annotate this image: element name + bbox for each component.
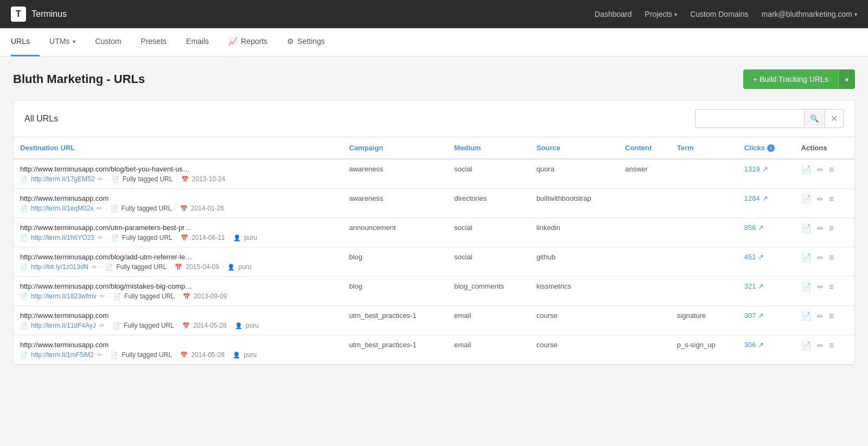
tab-reports[interactable]: 📈 Reports xyxy=(219,28,277,56)
medium-cell: social xyxy=(448,159,529,189)
external-link-icon[interactable]: ↗ xyxy=(762,165,768,173)
calendar-icon: 📅 xyxy=(181,176,189,183)
copy-icon: 📄 xyxy=(113,293,121,300)
copy-action-icon[interactable]: 📄 xyxy=(801,224,812,233)
tab-custom[interactable]: Custom xyxy=(85,28,131,56)
more-actions-icon[interactable]: ≡ xyxy=(829,224,834,233)
col-term[interactable]: Term xyxy=(671,137,738,159)
more-actions-icon[interactable]: ≡ xyxy=(829,341,834,351)
tab-settings[interactable]: ⚙ Settings xyxy=(277,28,335,56)
short-url-link[interactable]: http://term.li/1h6YO23 xyxy=(31,234,94,241)
edit-icon[interactable]: ✏ xyxy=(98,175,103,183)
edit-action-icon[interactable]: ✏ xyxy=(817,283,824,291)
date-label: 2013-09-09 xyxy=(194,292,227,300)
copy-action-icon[interactable]: 📄 xyxy=(801,194,812,204)
edit-action-icon[interactable]: ✏ xyxy=(817,224,824,233)
edit-icon[interactable]: ✏ xyxy=(99,322,105,329)
copy-icon: 📄 xyxy=(105,264,113,271)
short-url-link[interactable]: http://term.li/11dF4AyJ xyxy=(31,322,96,329)
projects-chevron-icon: ▾ xyxy=(674,11,677,17)
search-button[interactable]: 🔍 xyxy=(804,111,825,126)
copy-action-icon[interactable]: 📄 xyxy=(801,253,812,263)
edit-icon[interactable]: ✏ xyxy=(98,234,103,241)
short-url-link[interactable]: http://term.li/1eqM02x xyxy=(31,205,93,212)
actions-cell: 📄 ✏ ≡ xyxy=(795,247,854,277)
tab-urls[interactable]: URLs xyxy=(11,28,40,56)
search-input[interactable] xyxy=(695,111,804,127)
calendar-icon: 📅 xyxy=(181,234,188,241)
build-tracking-dropdown-button[interactable]: ▾ xyxy=(838,69,855,89)
edit-icon[interactable]: ✏ xyxy=(97,351,103,359)
edit-action-icon[interactable]: ✏ xyxy=(817,165,824,174)
more-actions-icon[interactable]: ≡ xyxy=(829,194,834,204)
col-actions: Actions xyxy=(795,137,854,159)
table-body: http://www.terminusapp.com/blog/bet-you-… xyxy=(14,159,854,365)
nav-user-menu[interactable]: mark@bluthmarketing.com ▾ xyxy=(762,10,858,18)
urls-table: Destination URL Campaign Medium Source C… xyxy=(14,137,854,365)
short-url-link[interactable]: http://bit.ly/1z013dN xyxy=(31,263,88,271)
external-link-icon[interactable]: ↗ xyxy=(758,282,764,290)
short-url-link[interactable]: http://term.li/1mF5iM2 xyxy=(31,351,94,359)
tab-emails[interactable]: Emails xyxy=(176,28,219,56)
more-actions-icon[interactable]: ≡ xyxy=(829,253,834,263)
edit-action-icon[interactable]: ✏ xyxy=(817,341,824,350)
dest-url-text: http://www.terminusapp.com xyxy=(20,311,194,320)
edit-action-icon[interactable]: ✏ xyxy=(817,253,824,262)
edit-action-icon[interactable]: ✏ xyxy=(817,195,824,203)
external-link-icon[interactable]: ↗ xyxy=(758,253,764,261)
date-label: 2014-05-28 xyxy=(193,322,226,329)
term-cell xyxy=(671,159,738,189)
short-url-icon: 📄 xyxy=(20,176,28,183)
short-url-icon: 📄 xyxy=(20,205,28,212)
tab-utms[interactable]: UTMs ▾ xyxy=(40,28,85,56)
edit-icon[interactable]: ✏ xyxy=(97,205,102,212)
medium-cell: social xyxy=(448,247,529,277)
short-url-link[interactable]: http://term.li/17gEM52 xyxy=(31,175,94,183)
short-url-icon: 📄 xyxy=(20,293,28,300)
copy-action-icon[interactable]: 📄 xyxy=(801,282,812,292)
medium-cell: blog_comments xyxy=(448,277,529,306)
actions-cell: 📄 ✏ ≡ xyxy=(795,218,854,247)
external-link-icon[interactable]: ↗ xyxy=(762,194,768,202)
more-actions-icon[interactable]: ≡ xyxy=(829,311,834,321)
nav-custom-domains[interactable]: Custom Domains xyxy=(690,10,748,18)
edit-icon[interactable]: ✏ xyxy=(100,292,105,300)
col-dest-url[interactable]: Destination URL xyxy=(14,137,343,159)
col-content[interactable]: Content xyxy=(618,137,671,159)
calendar-icon: 📅 xyxy=(180,352,188,359)
copy-action-icon[interactable]: 📄 xyxy=(801,341,812,351)
more-actions-icon[interactable]: ≡ xyxy=(829,282,834,292)
col-source[interactable]: Source xyxy=(530,137,619,159)
col-medium[interactable]: Medium xyxy=(448,137,529,159)
clicks-info-icon[interactable]: i xyxy=(767,144,775,152)
tab-presets[interactable]: Presets xyxy=(131,28,176,56)
nav-projects[interactable]: Projects ▾ xyxy=(645,10,678,18)
clear-search-button[interactable]: ✕ xyxy=(825,110,843,128)
copy-action-icon[interactable]: 📄 xyxy=(801,165,812,175)
external-link-icon[interactable]: ↗ xyxy=(758,224,764,232)
external-link-icon[interactable]: ↗ xyxy=(758,341,764,349)
col-clicks[interactable]: Clicks i xyxy=(738,137,795,159)
dest-url-text: http://www.terminusapp.com/utm-parameter… xyxy=(20,224,194,232)
user-label: puru xyxy=(238,263,251,271)
content-cell xyxy=(618,247,671,277)
col-campaign[interactable]: Campaign xyxy=(343,137,448,159)
external-link-icon[interactable]: ↗ xyxy=(758,311,764,320)
nav-dashboard[interactable]: Dashboard xyxy=(595,10,632,18)
table-row: http://www.terminusapp.com 📄 http://term… xyxy=(14,306,854,335)
dest-url-text: http://www.terminusapp.com/blog/mistakes… xyxy=(20,282,194,290)
table-row: http://www.terminusapp.com 📄 http://term… xyxy=(14,335,854,365)
build-tracking-button[interactable]: + Build Tracking URLs xyxy=(743,69,838,89)
table-row: http://www.terminusapp.com/utm-parameter… xyxy=(14,218,854,247)
user-icon: 👤 xyxy=(233,352,240,359)
campaign-cell: awareness xyxy=(343,189,448,218)
more-actions-icon[interactable]: ≡ xyxy=(829,165,834,175)
copy-action-icon[interactable]: 📄 xyxy=(801,311,812,321)
table-row: http://www.terminusapp.com/blog/add-utm-… xyxy=(14,247,854,277)
short-url-link[interactable]: http://term.li/1823wfmv xyxy=(31,292,97,300)
dest-url-text: http://www.terminusapp.com/blog/bet-you-… xyxy=(20,165,194,173)
user-icon: 👤 xyxy=(227,264,235,271)
edit-icon[interactable]: ✏ xyxy=(92,263,97,271)
clicks-cell: 451 ↗ xyxy=(738,247,795,277)
edit-action-icon[interactable]: ✏ xyxy=(817,312,824,321)
